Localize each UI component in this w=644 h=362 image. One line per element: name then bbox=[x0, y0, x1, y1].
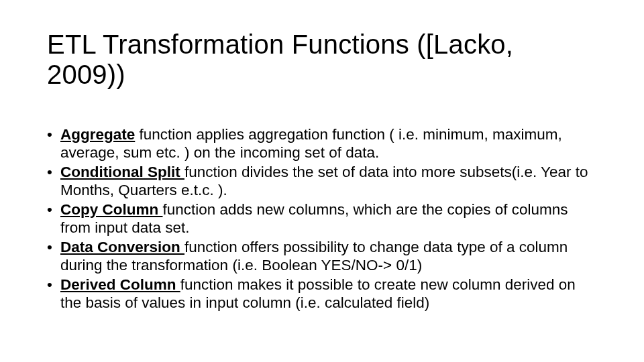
bullet-list: Aggregate function applies aggregation f… bbox=[47, 126, 597, 312]
slide: ETL Transformation Functions ([Lacko, 20… bbox=[0, 0, 644, 362]
term: Derived Column bbox=[60, 276, 180, 293]
list-item: Derived Column function makes it possibl… bbox=[47, 276, 597, 312]
list-item: Aggregate function applies aggregation f… bbox=[47, 126, 597, 162]
term: Aggregate bbox=[60, 126, 135, 143]
list-item: Data Conversion function offers possibil… bbox=[47, 239, 597, 274]
definition: function applies aggregation function ( … bbox=[60, 126, 562, 161]
slide-title: ETL Transformation Functions ([Lacko, 20… bbox=[47, 29, 597, 90]
term: Data Conversion bbox=[60, 239, 184, 255]
list-item: Conditional Split function divides the s… bbox=[47, 164, 597, 199]
list-item: Copy Column function adds new columns, w… bbox=[47, 201, 597, 237]
term: Copy Column bbox=[60, 201, 163, 218]
term: Conditional Split bbox=[60, 164, 184, 180]
